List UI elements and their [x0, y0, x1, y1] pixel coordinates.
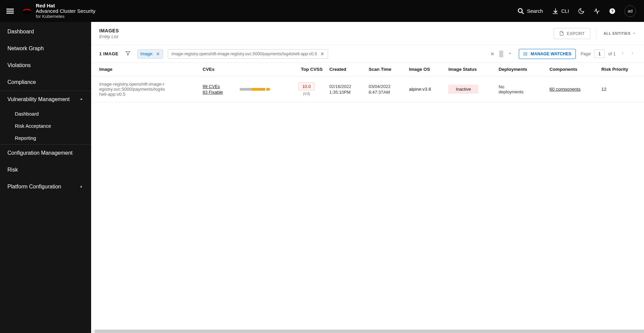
cell-os: alpine:v3.8 [409, 87, 431, 92]
svg-marker-8 [126, 52, 130, 55]
sidebar-item-label: Risk Acceptance [15, 123, 51, 129]
download-icon [552, 8, 559, 14]
chevron-down-icon [508, 52, 512, 56]
sidebar-item-label: Compliance [7, 79, 36, 85]
sidebar-group-vuln-mgmt[interactable]: Vulnerability Management [0, 91, 91, 108]
cvss-score-badge: 10.0 [298, 83, 314, 90]
col-cves[interactable]: CVEs [199, 63, 236, 76]
clear-search-button[interactable]: ✕ [488, 50, 497, 58]
col-deployments[interactable]: Deployments [495, 63, 546, 76]
col-scan[interactable]: Scan Time [365, 63, 405, 76]
cell-risk-priority: 12 [601, 87, 607, 92]
table-header-row: Image CVEs Top CVSS Created Scan Time Im… [91, 63, 644, 76]
chip-value-remove-button[interactable]: ✕ [320, 52, 324, 56]
created-time: 1:35:10PM [329, 90, 362, 95]
hamburger-icon [6, 7, 14, 15]
help-icon: ? [609, 8, 616, 14]
chevron-right-icon [79, 184, 84, 189]
cve-fixable-link[interactable]: 83 Fixable [203, 90, 233, 95]
page-header: IMAGES Entity List EXPORT ALL ENTITIES [91, 22, 644, 45]
filter-chip-value: image-registry.openshift-image-registry.… [168, 49, 328, 59]
chevron-left-icon [620, 51, 624, 55]
scroll-left-icon [91, 330, 95, 333]
col-os[interactable]: Image OS [406, 63, 445, 76]
svg-point-3 [23, 10, 31, 14]
page-next-button[interactable] [629, 50, 636, 58]
scan-time: 8:47:37AM [369, 90, 402, 95]
sidebar-item-label: Platform Configuration [7, 184, 61, 190]
sidebar-item-platform-config[interactable]: Platform Configuration [0, 178, 91, 195]
sidebar-sub-risk-acceptance[interactable]: Risk Acceptance [0, 120, 91, 132]
col-created[interactable]: Created [326, 63, 365, 76]
sidebar-item-dashboard[interactable]: Dashboard [0, 23, 91, 40]
components-link[interactable]: 60 components [549, 87, 581, 92]
svg-line-5 [522, 12, 524, 14]
sidebar-item-label: Dashboard [15, 111, 39, 117]
avatar-initials: ad [628, 8, 633, 13]
brand-line2: Advanced Cluster Security [36, 8, 96, 14]
search-icon [517, 8, 524, 14]
search-label: Search [527, 8, 543, 14]
sidebar-sub-dashboard[interactable]: Dashboard [0, 108, 91, 120]
brand-line3: for Kubernetes [36, 14, 96, 19]
export-label: EXPORT [567, 31, 585, 36]
search-button[interactable]: Search [517, 8, 543, 14]
export-button[interactable]: EXPORT [554, 28, 590, 39]
sidebar-item-label: Risk [7, 167, 18, 173]
top-bar: Red Hat Advanced Cluster Security for Ku… [0, 0, 644, 22]
table-row[interactable]: image-registry.openshift-image-registry.… [91, 76, 644, 102]
sidebar-item-config-mgmt[interactable]: Configuration Management [0, 145, 91, 161]
chip-key-remove-button[interactable]: ✕ [156, 52, 160, 56]
sidebar-item-violations[interactable]: Violations [0, 57, 91, 74]
sidebar-item-label: Vulnerability Management [7, 96, 70, 102]
top-actions: Search CLI ? ad [517, 5, 636, 17]
page-input[interactable] [594, 50, 605, 58]
chevron-down-icon [79, 97, 84, 102]
list-icon [523, 52, 528, 56]
manage-watches-button[interactable]: MANAGE WATCHES [519, 49, 576, 59]
search-dropdown-button[interactable] [506, 50, 514, 58]
horizontal-scrollbar[interactable] [91, 330, 644, 333]
activity-button[interactable] [593, 8, 600, 14]
all-entities-dropdown[interactable]: ALL ENTITIES [596, 27, 636, 40]
col-components[interactable]: Components [546, 63, 598, 76]
svg-rect-1 [6, 10, 14, 11]
col-cvss[interactable]: Top CVSS [287, 63, 326, 76]
chip-key-label: Image: [140, 52, 153, 56]
document-icon [559, 31, 564, 36]
images-table: Image CVEs Top CVSS Created Scan Time Im… [91, 63, 644, 102]
menu-toggle-button[interactable] [0, 7, 20, 15]
col-status[interactable]: Image Status [445, 63, 495, 76]
sidebar-item-risk[interactable]: Risk [0, 161, 91, 178]
svg-point-12 [524, 52, 524, 53]
moon-icon [578, 8, 585, 14]
svg-rect-2 [6, 12, 14, 13]
sidebar-item-label: Reporting [15, 135, 36, 141]
filter-chip-key: Image: ✕ [137, 49, 163, 59]
pagination: Page of 1 [581, 50, 636, 58]
sidebar-sub-reporting[interactable]: Reporting [0, 132, 91, 144]
svg-text:?: ? [611, 9, 613, 13]
page-label: Page [581, 51, 591, 56]
help-button[interactable]: ? [609, 8, 616, 14]
severity-bar [240, 88, 270, 91]
cli-button[interactable]: CLI [552, 8, 569, 14]
theme-toggle-button[interactable] [578, 8, 585, 14]
chevron-right-icon [630, 51, 635, 55]
sidebar-item-compliance[interactable]: Compliance [0, 74, 91, 91]
sidebar-item-label: Network Graph [7, 46, 44, 52]
created-date: 02/16/2022 [329, 84, 362, 89]
page-prev-button[interactable] [619, 50, 626, 58]
cve-count-link[interactable]: 99 CVEs [203, 84, 233, 89]
filter-button[interactable] [123, 49, 133, 59]
col-risk[interactable]: Risk Priority [598, 63, 644, 76]
svg-point-4 [518, 8, 522, 12]
user-avatar[interactable]: ad [624, 5, 636, 17]
col-image[interactable]: Image [91, 63, 199, 76]
redhat-logo-icon [22, 7, 32, 15]
entities-label: ALL ENTITIES [603, 31, 630, 35]
svg-rect-0 [6, 8, 14, 9]
cell-image-name: image-registry.openshift-image-registry.… [99, 82, 167, 97]
sidebar-item-network-graph[interactable]: Network Graph [0, 40, 91, 57]
status-badge: Inactive [448, 85, 478, 94]
